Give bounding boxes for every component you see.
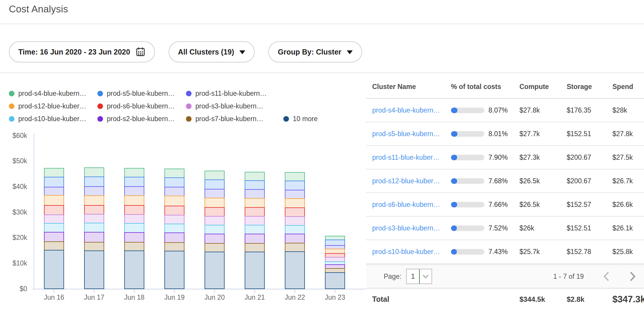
bar-segment[interactable] — [245, 243, 265, 252]
bar-segment[interactable] — [44, 215, 64, 224]
bar-segment[interactable] — [285, 251, 305, 289]
bar-segment[interactable] — [124, 195, 144, 206]
bar-segment[interactable] — [164, 233, 184, 243]
bar-segment[interactable] — [124, 205, 144, 215]
bar-segment[interactable] — [84, 177, 104, 187]
bar-segment[interactable] — [245, 189, 265, 199]
bar-segment[interactable] — [285, 243, 305, 252]
bar-segment[interactable] — [84, 223, 104, 233]
bar-segment[interactable] — [205, 243, 225, 252]
bar-segment[interactable] — [84, 214, 104, 223]
bar-segment[interactable] — [205, 171, 225, 180]
bar-segment[interactable] — [124, 168, 144, 177]
bar-segment[interactable] — [124, 242, 144, 251]
bar-segment[interactable] — [84, 167, 104, 177]
stacked-bar-jun-21[interactable] — [245, 172, 265, 289]
bar-segment[interactable] — [84, 242, 104, 251]
bar-segment[interactable] — [285, 225, 305, 234]
bar-segment[interactable] — [245, 172, 265, 181]
legend-item[interactable]: prod-s10-blue-kuber… — [9, 113, 97, 125]
bar-segment[interactable] — [44, 187, 64, 196]
cluster-link[interactable]: prod-s4-blue-kubern… — [372, 106, 451, 114]
stacked-bar-jun-19[interactable] — [164, 169, 184, 289]
bar-segment[interactable] — [285, 172, 305, 181]
bar-segment[interactable] — [285, 216, 305, 226]
next-page-button[interactable] — [629, 271, 637, 282]
bar-segment[interactable] — [164, 169, 184, 178]
bar-segment[interactable] — [205, 216, 225, 225]
bar-segment[interactable] — [205, 179, 225, 189]
bar-segment[interactable] — [205, 207, 225, 217]
bar-segment[interactable] — [325, 240, 345, 246]
cluster-link[interactable]: prod-s11-blue-kuber… — [372, 154, 451, 161]
bar-segment[interactable] — [124, 250, 144, 289]
bar-segment[interactable] — [205, 225, 225, 234]
bar-segment[interactable] — [245, 216, 265, 225]
bar-segment[interactable] — [124, 223, 144, 233]
bar-segment[interactable] — [84, 195, 104, 206]
bar-segment[interactable] — [44, 241, 64, 250]
cluster-link[interactable]: prod-s12-blue-kuber… — [372, 177, 451, 185]
bar-segment[interactable] — [285, 207, 305, 217]
cluster-link[interactable]: prod-s5-blue-kubern… — [372, 130, 451, 138]
bar-segment[interactable] — [245, 225, 265, 234]
bar-segment[interactable] — [44, 195, 64, 206]
stacked-bar-jun-23[interactable] — [325, 236, 345, 289]
bar-segment[interactable] — [84, 205, 104, 215]
bar-segment[interactable] — [84, 250, 104, 289]
bar-segment[interactable] — [164, 251, 184, 289]
bar-segment[interactable] — [164, 215, 184, 224]
stacked-bar-jun-18[interactable] — [124, 168, 144, 289]
bar-segment[interactable] — [44, 177, 64, 187]
bar-segment[interactable] — [164, 206, 184, 215]
bar-segment[interactable] — [44, 232, 64, 242]
bar-segment[interactable] — [205, 234, 225, 244]
bar-segment[interactable] — [164, 196, 184, 206]
bar-segment[interactable] — [245, 252, 265, 289]
stacked-bar-jun-20[interactable] — [205, 171, 225, 289]
cluster-link[interactable]: prod-s6-blue-kubern… — [372, 201, 451, 209]
prev-page-button[interactable] — [602, 271, 610, 282]
legend-item[interactable]: prod-s3-blue-kubern… — [186, 100, 283, 113]
page-select[interactable]: 1 — [406, 269, 432, 284]
bar-segment[interactable] — [205, 189, 225, 198]
bar-segment[interactable] — [245, 234, 265, 244]
legend-item[interactable]: prod-s5-blue-kubern… — [97, 87, 186, 100]
bar-segment[interactable] — [245, 180, 265, 190]
legend-item[interactable]: prod-s6-blue-kubern… — [97, 100, 186, 113]
bar-segment[interactable] — [164, 177, 184, 187]
legend-item[interactable]: prod-s2-blue-kubern… — [97, 113, 186, 125]
clusters-filter-dropdown[interactable]: All Clusters (19) — [169, 41, 255, 62]
bar-segment[interactable] — [205, 252, 225, 289]
legend-item[interactable]: prod-s7-blue-kubern… — [186, 113, 283, 125]
group-by-dropdown[interactable]: Group By: Cluster — [268, 41, 362, 62]
stacked-bar-jun-16[interactable] — [44, 168, 64, 289]
bar-segment[interactable] — [285, 190, 305, 199]
bar-segment[interactable] — [44, 205, 64, 215]
bar-segment[interactable] — [44, 168, 64, 177]
cluster-link[interactable]: prod-s10-blue-kuber… — [372, 248, 451, 256]
bar-segment[interactable] — [245, 198, 265, 208]
legend-item[interactable]: 10 more — [283, 113, 318, 125]
cluster-link[interactable]: prod-s3-blue-kubern… — [372, 224, 451, 232]
legend-item[interactable]: prod-s4-blue-kubern… — [9, 87, 97, 100]
bar-segment[interactable] — [285, 234, 305, 243]
bar-segment[interactable] — [205, 198, 225, 208]
bar-segment[interactable] — [124, 214, 144, 224]
bar-segment[interactable] — [285, 181, 305, 190]
stacked-bar-jun-22[interactable] — [285, 172, 305, 289]
bar-segment[interactable] — [325, 272, 345, 289]
bar-segment[interactable] — [245, 207, 265, 217]
bar-segment[interactable] — [164, 242, 184, 251]
bar-segment[interactable] — [164, 187, 184, 196]
bar-segment[interactable] — [44, 223, 64, 233]
bar-segment[interactable] — [124, 177, 144, 187]
bar-segment[interactable] — [44, 250, 64, 289]
bar-segment[interactable] — [285, 198, 305, 208]
bar-segment[interactable] — [124, 232, 144, 243]
legend-item[interactable]: prod-s12-blue-kuber… — [9, 100, 97, 113]
bar-segment[interactable] — [164, 224, 184, 233]
stacked-bar-jun-17[interactable] — [84, 167, 104, 289]
time-range-filter-button[interactable]: Time: 16 Jun 2020 - 23 Jun 2020 — [9, 41, 155, 62]
legend-item[interactable]: prod-s11-blue-kubern… — [186, 87, 283, 100]
